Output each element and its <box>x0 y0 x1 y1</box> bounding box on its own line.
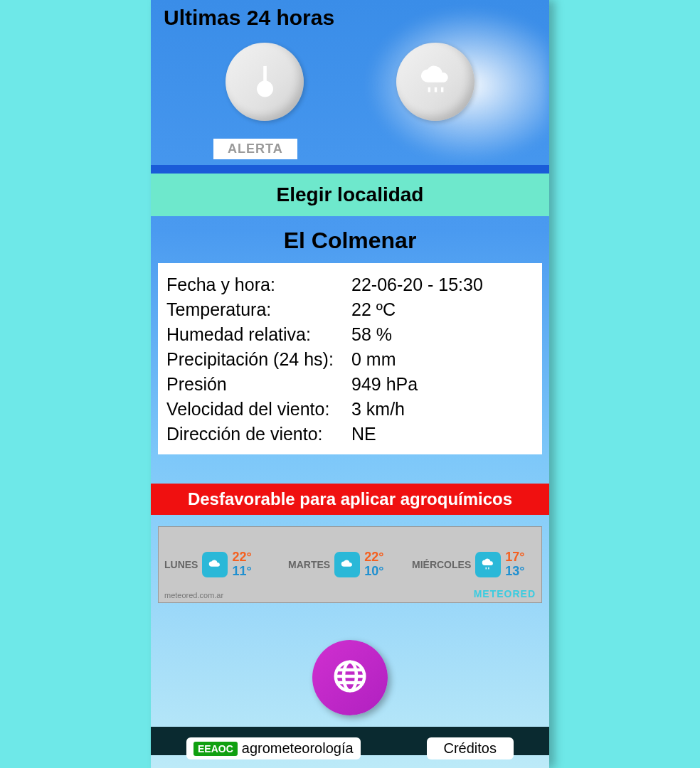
forecast-temps: 22° 10° <box>364 550 383 579</box>
reading-value: NE <box>351 424 534 444</box>
reading-row: Precipitación (24 hs): 0 mm <box>166 349 534 370</box>
forecast-lo: 13° <box>505 565 524 579</box>
forecast-widget[interactable]: LUNES 22° 11° MARTES 22° 10° MIÉRCOLES 1… <box>158 526 542 603</box>
cloudy-icon <box>202 552 228 577</box>
divider-bar <box>151 165 549 174</box>
reading-row: Presión 949 hPa <box>166 374 534 395</box>
reading-row: Temperatura: 22 ºC <box>166 299 534 320</box>
forecast-brand: METEORED <box>474 588 536 599</box>
forecast-temps: 17° 13° <box>505 550 524 579</box>
cloudy-icon <box>334 552 360 577</box>
forecast-lo: 11° <box>232 565 251 579</box>
agromet-label: agrometeorología <box>242 740 354 757</box>
forecast-day-name: MARTES <box>288 559 330 570</box>
reading-value: 22-06-20 - 15:30 <box>351 274 534 295</box>
reading-value: 58 % <box>351 324 534 345</box>
reading-value: 0 mm <box>351 349 534 370</box>
footer-links: EEAOC agrometeorología Créditos <box>151 737 549 759</box>
app-screen: Ultimas 24 horas ALERTA Elegir localidad… <box>151 0 549 768</box>
reading-label: Precipitación (24 hs): <box>166 349 351 370</box>
thermometer-icon <box>245 61 285 103</box>
reading-label: Velocidad del viento: <box>166 399 351 420</box>
forecast-temps: 22° 11° <box>232 550 251 579</box>
eeaoc-badge: EEAOC <box>193 742 238 756</box>
globe-button[interactable] <box>312 640 388 715</box>
reading-row: Fecha y hora: 22-06-20 - 15:30 <box>166 274 534 295</box>
thermometer-button[interactable] <box>226 43 304 121</box>
credits-link[interactable]: Créditos <box>427 737 514 759</box>
credits-label: Créditos <box>444 740 497 756</box>
forecast-day: LUNES 22° 11° <box>164 550 288 579</box>
forecast-lo: 10° <box>364 565 383 579</box>
reading-row: Dirección de viento: NE <box>166 424 534 444</box>
forecast-attribution: meteored.com.ar <box>164 591 223 599</box>
reading-value: 949 hPa <box>351 374 534 395</box>
header-title: Ultimas 24 horas <box>164 6 334 30</box>
forecast-hi: 17° <box>505 550 524 565</box>
reading-label: Temperatura: <box>166 299 351 320</box>
choose-locality-label: Elegir localidad <box>277 183 424 206</box>
reading-value: 22 ºC <box>351 299 534 320</box>
agrochemical-warning-banner: Desfavorable para aplicar agroquímicos <box>151 484 549 515</box>
reading-label: Presión <box>166 374 351 395</box>
top-icon-row <box>151 43 549 121</box>
reading-value: 3 km/h <box>351 399 534 420</box>
alert-badge[interactable]: ALERTA <box>213 139 297 159</box>
rain-button[interactable] <box>396 43 474 121</box>
forecast-day: MIÉRCOLES 17° 13° <box>412 550 536 579</box>
location-title: El Colmenar <box>151 228 549 254</box>
readings-panel: Fecha y hora: 22-06-20 - 15:30 Temperatu… <box>158 263 542 454</box>
forecast-hi: 22° <box>364 550 383 565</box>
svg-point-0 <box>260 84 270 94</box>
forecast-day-name: MIÉRCOLES <box>412 559 471 570</box>
forecast-day: MARTES 22° 10° <box>288 550 412 579</box>
reading-label: Dirección de viento: <box>166 424 351 444</box>
reading-label: Fecha y hora: <box>166 274 351 295</box>
reading-row: Velocidad del viento: 3 km/h <box>166 399 534 420</box>
choose-locality-button[interactable]: Elegir localidad <box>151 174 549 216</box>
forecast-day-name: LUNES <box>164 559 198 570</box>
agromet-link[interactable]: EEAOC agrometeorología <box>186 737 361 759</box>
globe-icon <box>331 657 369 698</box>
reading-row: Humedad relativa: 58 % <box>166 324 534 345</box>
reading-label: Humedad relativa: <box>166 324 351 345</box>
rain-icon <box>475 552 501 577</box>
forecast-hi: 22° <box>232 550 251 565</box>
rain-cloud-icon <box>416 61 455 103</box>
